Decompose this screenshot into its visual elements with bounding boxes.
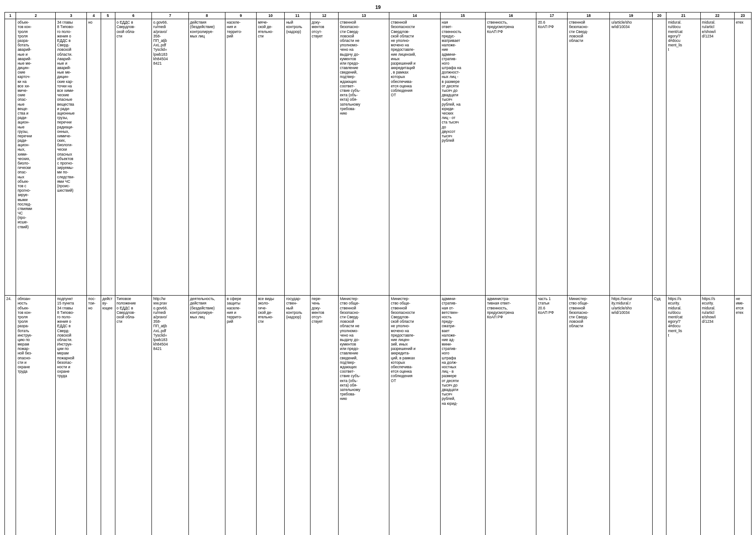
cell-2-8: деятельность, действия (бездействие) кон… (188, 296, 225, 535)
cell-1-3: 34 главы 8 Типово- го поло- жения о ЕДДС… (56, 19, 87, 296)
cell-2-3: подпункт 15 пункта 34 главы 8 Типово- го… (56, 296, 87, 535)
th-8: 8 (188, 12, 225, 19)
cell-2-6: Типовое положение о ЕДДС в Свердлов- ско… (115, 296, 152, 535)
cell-2-1: 24. (5, 296, 16, 535)
table-row: объек- тов кон- троля троля разра- ботат… (5, 19, 752, 296)
th-23: 23 (734, 12, 751, 19)
th-22: 22 (700, 12, 734, 19)
cell-2-9: в сфере защиты населе- ния и террито- ри… (225, 296, 257, 535)
cell-2-12: пере- чень доку- ментов отсут- ствует (310, 296, 338, 535)
cell-2-10: все виды эколо- гиче- ской де- ятельно- … (256, 296, 284, 535)
cell-1-9: населе- ния и террито- рий (225, 19, 257, 296)
cell-1-18: ственной безопасно- сти Сверд- ловской о… (568, 19, 610, 296)
cell-2-5: действу- ющее (101, 296, 115, 535)
th-9: 9 (225, 12, 257, 19)
th-21: 21 (666, 12, 700, 19)
main-table: 1 2 3 4 5 6 7 8 9 10 11 12 13 14 15 16 1… (4, 12, 752, 535)
th-2: 2 (16, 12, 56, 19)
th-15: 15 (440, 12, 486, 19)
cell-1-22: midural. ru/articl e/show/i d/1234 (700, 19, 734, 296)
cell-2-22: https://s ecurity. midural. ru/articl e/… (700, 296, 734, 535)
th-6: 6 (115, 12, 152, 19)
cell-2-4: пос- тои- но (87, 296, 101, 535)
cell-2-2: обязан- ность объек- тов кон- троля трол… (16, 296, 56, 535)
cell-1-17: 20.6 КоАП РФ (536, 19, 568, 296)
th-18: 18 (568, 12, 610, 19)
cell-2-14: Министер- ство обще- ственной безопаснос… (389, 296, 440, 535)
cell-1-16: ственность, предусмотрена КоАП РФ (486, 19, 536, 296)
th-19: 19 (610, 12, 652, 19)
cell-2-13: Министер- ство обще- ственной безопасно-… (339, 296, 389, 535)
cell-2-21: https://s ecurity. midural. ru/docu ment… (666, 296, 700, 535)
cell-2-20: Суд (652, 296, 666, 535)
th-16: 16 (486, 12, 536, 19)
cell-2-11: государ- ствен- ный контроль (надзор) (285, 296, 310, 535)
th-12: 12 (310, 12, 338, 19)
cell-1-12: доку- ментов отсут- ствует (310, 19, 338, 296)
page-container: 19 1 (0, 0, 756, 535)
cell-2-23: не име- ется етех (734, 296, 751, 535)
th-4: 4 (87, 12, 101, 19)
cell-1-5 (101, 19, 115, 296)
cell-1-13: ственной безопасно- сти Сверд- ловской о… (339, 19, 389, 296)
cell-2-7: http://w ww.prav o.gov66. ru/medi a/prav… (152, 296, 189, 535)
cell-1-23: етех (734, 19, 751, 296)
page-number: 19 (4, 4, 752, 10)
th-20: 20 (652, 12, 666, 19)
cell-2-18: Министер- ство обще- ственной безопасно-… (568, 296, 610, 535)
th-5: 5 (101, 12, 115, 19)
cell-1-4: но (87, 19, 101, 296)
cell-1-6: о ЕДДС в Свердлов- ской обла- сти (115, 19, 152, 296)
cell-1-10: мяче- ской де- ятельно- сти (256, 19, 284, 296)
cell-1-8: действия (бездействие) контролируе- мых … (188, 19, 225, 296)
th-13: 13 (339, 12, 389, 19)
cell-1-15: ная ответ- ственность предус- матривает … (440, 19, 486, 296)
cell-2-15: админи- стратив- ная от- ветствен- ность… (440, 296, 486, 535)
th-1: 1 (5, 12, 16, 19)
th-17: 17 (536, 12, 568, 19)
cell-2-16: администра- тивная ответ- ственность, пр… (486, 296, 536, 535)
cell-1-19: u/article/sho w/id/10034 (610, 19, 652, 296)
cell-1-2: объек- тов кон- троля троля разра- ботат… (16, 19, 56, 296)
th-7: 7 (152, 12, 189, 19)
cell-1-20 (652, 19, 666, 296)
th-14: 14 (389, 12, 440, 19)
cell-2-19: https://secur ity.midural.r u/article/sh… (610, 296, 652, 535)
th-11: 11 (285, 12, 310, 19)
cell-2-17: часть 1 статьи 20.6 КоАП РФ (536, 296, 568, 535)
cell-1-21: midural. ru/docu ment/cat egory/7 4#docu… (666, 19, 700, 296)
cell-1-11: ный контроль (надзор) (285, 19, 310, 296)
cell-1-7: o.gov66. ru/medi a/pravo/ 358- ПП_atjb A… (152, 19, 189, 296)
th-10: 10 (256, 12, 284, 19)
table-row: 24. обязан- ность объек- тов кон- троля … (5, 296, 752, 535)
cell-1-1 (5, 19, 16, 296)
header-row: 1 2 3 4 5 6 7 8 9 10 11 12 13 14 15 16 1… (5, 12, 752, 19)
cell-1-14: ственной безопасности Свердлов- ской обл… (389, 19, 440, 296)
th-3: 3 (56, 12, 87, 19)
